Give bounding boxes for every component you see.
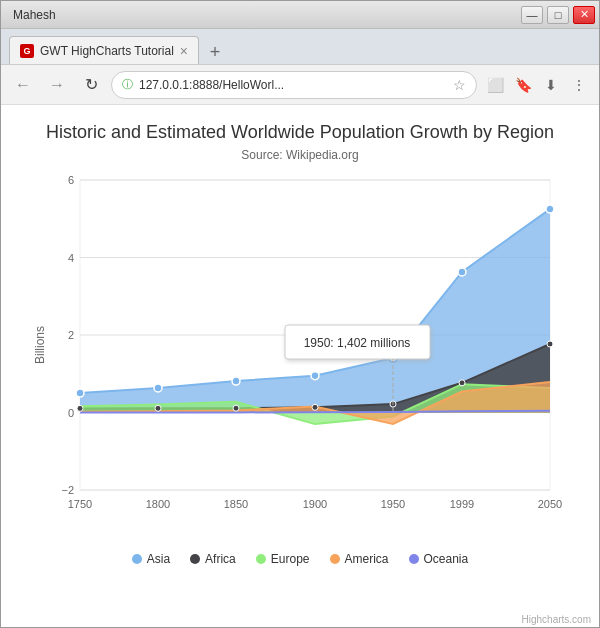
legend-dot-europe <box>256 554 266 564</box>
legend-dot-asia <box>132 554 142 564</box>
tab-title: GWT HighCharts Tutorial <box>40 44 174 58</box>
browser-window: Mahesh — □ ✕ G GWT HighCharts Tutorial ×… <box>0 0 600 628</box>
nav-icons: ⬜ 🔖 ⬇ ⋮ <box>483 73 591 97</box>
svg-text:Billions: Billions <box>33 326 47 364</box>
svg-point-32 <box>233 406 239 412</box>
tab-bar: G GWT HighCharts Tutorial × + <box>1 29 599 65</box>
legend-label-europe: Europe <box>271 552 310 566</box>
legend-dot-africa <box>190 554 200 564</box>
address-text: 127.0.0.1:8888/HelloWorl... <box>139 78 447 92</box>
svg-point-33 <box>312 405 318 411</box>
highcharts-credit: Highcharts.com <box>522 614 591 625</box>
tab-close-icon[interactable]: × <box>180 43 188 59</box>
chart-svg: 6 4 2 0 −2 Billions 1750 1800 1850 1900 … <box>30 170 570 540</box>
close-button[interactable]: ✕ <box>573 6 595 24</box>
bookmark-manager-icon[interactable]: 🔖 <box>511 73 535 97</box>
back-button[interactable]: ← <box>9 71 37 99</box>
address-info-icon: ⓘ <box>122 77 133 92</box>
title-bar-controls: — □ ✕ <box>521 6 595 24</box>
svg-point-24 <box>154 384 162 392</box>
chart-container: 6 4 2 0 −2 Billions 1750 1800 1850 1900 … <box>30 170 570 540</box>
legend-label-america: America <box>345 552 389 566</box>
downloads-icon[interactable]: ⬇ <box>539 73 563 97</box>
active-tab[interactable]: G GWT HighCharts Tutorial × <box>9 36 199 64</box>
title-bar: Mahesh — □ ✕ <box>1 1 599 29</box>
svg-text:2: 2 <box>68 329 74 341</box>
svg-text:1850: 1850 <box>224 498 248 510</box>
legend-item-oceania: Oceania <box>409 552 469 566</box>
chart-subtitle: Source: Wikipedia.org <box>241 148 358 162</box>
legend-dot-oceania <box>409 554 419 564</box>
legend-label-asia: Asia <box>147 552 170 566</box>
svg-text:1950: 1950 <box>381 498 405 510</box>
svg-point-26 <box>311 372 319 380</box>
legend: Asia Africa Europe America Oceania <box>132 552 468 566</box>
menu-icon[interactable]: ⋮ <box>567 73 591 97</box>
svg-point-30 <box>77 406 83 412</box>
chart-title: Historic and Estimated Worldwide Populat… <box>46 121 554 144</box>
svg-text:1999: 1999 <box>450 498 474 510</box>
legend-item-africa: Africa <box>190 552 236 566</box>
svg-point-31 <box>155 406 161 412</box>
new-tab-button[interactable]: + <box>203 40 227 64</box>
tab-favicon: G <box>20 44 34 58</box>
address-bar[interactable]: ⓘ 127.0.0.1:8888/HelloWorl... ☆ <box>111 71 477 99</box>
svg-text:4: 4 <box>68 252 74 264</box>
content-area: Historic and Estimated Worldwide Populat… <box>1 105 599 627</box>
legend-item-asia: Asia <box>132 552 170 566</box>
legend-label-africa: Africa <box>205 552 236 566</box>
title-bar-user: Mahesh <box>13 8 56 22</box>
svg-text:0: 0 <box>68 407 74 419</box>
svg-point-36 <box>547 341 553 347</box>
bookmark-icon[interactable]: ☆ <box>453 77 466 93</box>
nav-bar: ← → ↻ ⓘ 127.0.0.1:8888/HelloWorl... ☆ ⬜ … <box>1 65 599 105</box>
legend-item-europe: Europe <box>256 552 310 566</box>
svg-point-23 <box>76 389 84 397</box>
extensions-icon[interactable]: ⬜ <box>483 73 507 97</box>
svg-text:1950: 1,402 millions: 1950: 1,402 millions <box>304 336 411 350</box>
svg-text:6: 6 <box>68 174 74 186</box>
maximize-button[interactable]: □ <box>547 6 569 24</box>
svg-point-29 <box>546 205 554 213</box>
svg-point-28 <box>458 268 466 276</box>
svg-point-25 <box>232 377 240 385</box>
legend-dot-america <box>330 554 340 564</box>
svg-text:−2: −2 <box>61 484 74 496</box>
legend-item-america: America <box>330 552 389 566</box>
svg-point-35 <box>459 380 465 386</box>
svg-text:1800: 1800 <box>146 498 170 510</box>
svg-text:1900: 1900 <box>303 498 327 510</box>
svg-text:2050: 2050 <box>538 498 562 510</box>
forward-button[interactable]: → <box>43 71 71 99</box>
minimize-button[interactable]: — <box>521 6 543 24</box>
reload-button[interactable]: ↻ <box>77 71 105 99</box>
svg-text:1750: 1750 <box>68 498 92 510</box>
legend-label-oceania: Oceania <box>424 552 469 566</box>
